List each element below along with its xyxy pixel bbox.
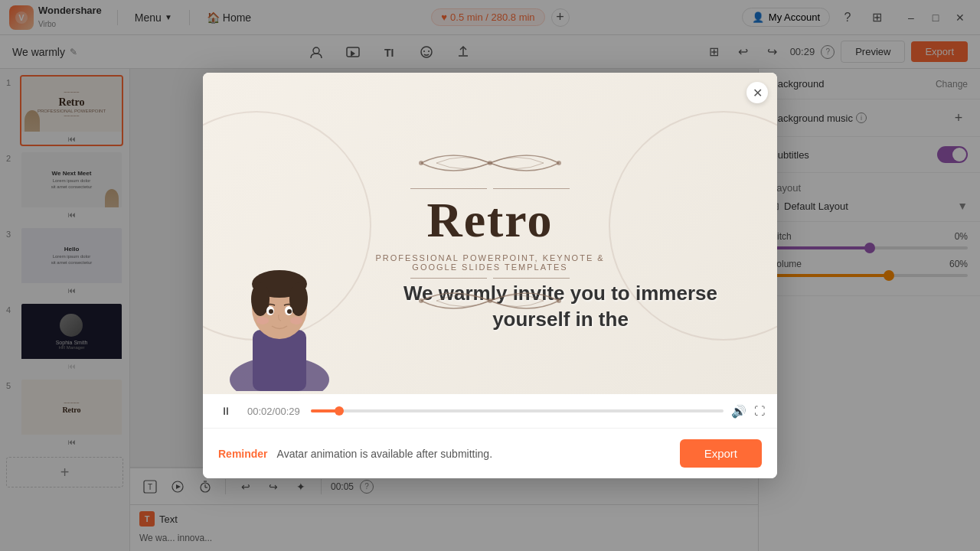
retro-subtitle-2: GOOGLE SLIDES TEMPLATES — [375, 262, 604, 272]
svg-point-33 — [256, 317, 269, 324]
export-modal-button[interactable]: Export — [680, 439, 762, 468]
avatar-container — [218, 238, 341, 394]
svg-point-34 — [290, 317, 302, 324]
retro-lines-bottom — [375, 278, 604, 279]
retro-line-right — [493, 188, 570, 189]
retro-content: Retro PROFESSIONAL POWERPOINT, KEYNOTE &… — [375, 144, 604, 323]
retro-lines-top — [375, 188, 604, 189]
retro-line-left — [410, 188, 487, 189]
ornament-bottom-svg — [413, 282, 567, 320]
preview-modal: ✕ — [203, 73, 777, 478]
modal-overlay[interactable]: ✕ — [0, 0, 980, 551]
progress-time: 00:02/00:29 — [247, 406, 300, 417]
reminder-text: Avatar animation is available after subm… — [277, 448, 671, 460]
svg-point-18 — [557, 161, 561, 165]
fullscreen-button[interactable]: ⛶ — [754, 405, 765, 417]
ornament-top-svg — [413, 144, 567, 182]
avatar-svg — [218, 238, 341, 391]
svg-point-21 — [557, 298, 561, 303]
svg-point-31 — [269, 309, 273, 314]
svg-point-19 — [419, 298, 423, 303]
progress-thumb[interactable] — [335, 406, 344, 416]
modal-video-bg: Retro PROFESSIONAL POWERPOINT, KEYNOTE &… — [203, 73, 777, 394]
volume-button[interactable]: 🔊 — [731, 404, 746, 419]
reminder-bar: Reminder Avatar animation is available a… — [203, 428, 777, 478]
time-current: 00:02 — [247, 406, 273, 417]
modal-close-button[interactable]: ✕ — [746, 82, 768, 103]
play-pause-button[interactable]: ⏸ — [215, 400, 237, 422]
play-pause-icon: ⏸ — [220, 405, 231, 417]
retro-subtitle-1: PROFESSIONAL POWERPOINT, KEYNOTE & — [375, 253, 604, 262]
modal-video-area: Retro PROFESSIONAL POWERPOINT, KEYNOTE &… — [203, 73, 777, 394]
svg-point-16 — [419, 161, 423, 165]
progress-bar[interactable] — [311, 409, 724, 412]
retro-line-bot-left — [410, 278, 487, 279]
time-total: 00:29 — [275, 406, 300, 417]
retro-main-title: Retro — [375, 192, 604, 249]
svg-point-32 — [287, 309, 292, 314]
reminder-label: Reminder — [218, 448, 268, 460]
video-controls: ⏸ 00:02/00:29 🔊 ⛶ — [203, 394, 777, 428]
retro-line-bot-right — [493, 278, 570, 279]
